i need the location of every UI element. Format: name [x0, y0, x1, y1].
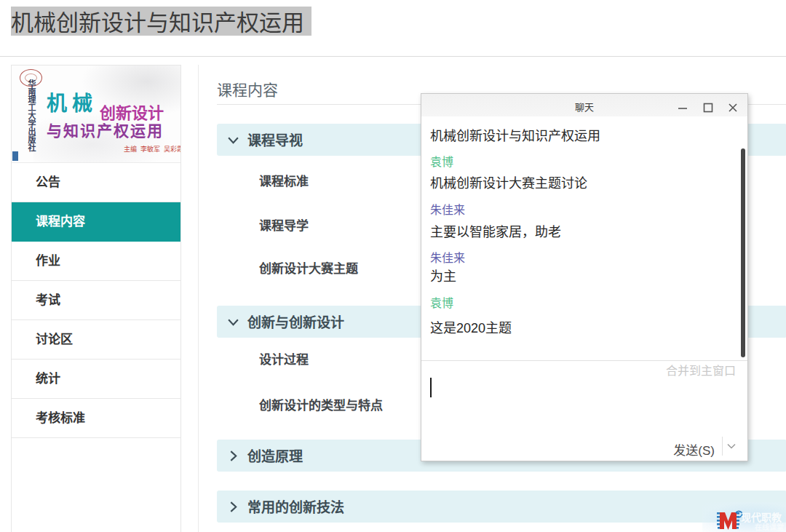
svg-text:现代职教: 现代职教 — [741, 512, 782, 523]
svg-text:在线课堂: 在线课堂 — [755, 523, 784, 531]
